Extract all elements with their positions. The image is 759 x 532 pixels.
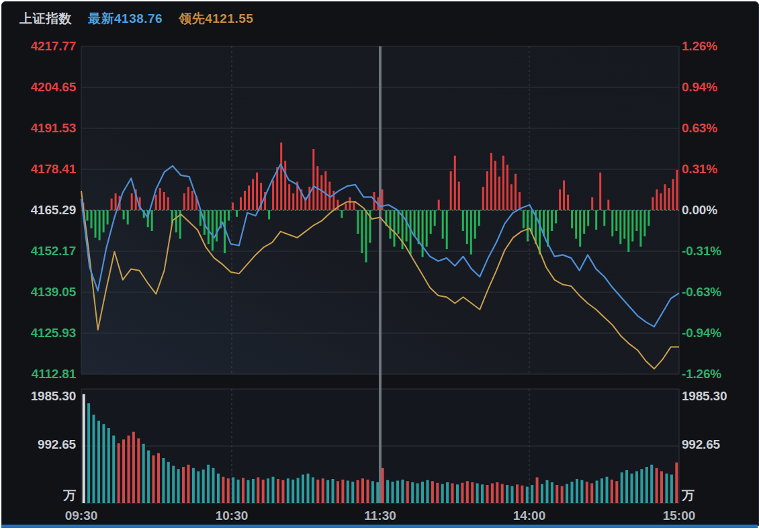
index-name: 上证指数 xyxy=(19,10,72,28)
percent-axis-label: 0.94% xyxy=(682,79,756,95)
leading-price: 领先4121.55 xyxy=(179,10,253,28)
screenshot-stage: 上证指数 最新4138.76 领先4121.55 4217.774204.654… xyxy=(0,0,759,532)
stock-chart-window: 上证指数 最新4138.76 领先4121.55 4217.774204.654… xyxy=(1,1,759,526)
price-axis-label: 4152.17 xyxy=(6,243,76,259)
price-axis-label: 4112.81 xyxy=(6,366,76,382)
percent-axis-label: 0.00% xyxy=(682,202,756,218)
percent-axis-label: 0.31% xyxy=(682,161,756,177)
percent-axis-label: 0.63% xyxy=(682,120,756,136)
volume-bar-open xyxy=(83,394,85,503)
price-axis-label: 4165.29 xyxy=(6,202,76,218)
volume-axis-label-left: 1985.30 xyxy=(6,388,76,404)
percent-axis-label: -1.26% xyxy=(682,366,756,382)
volume-axis-label-right: 万 xyxy=(682,488,756,504)
time-axis-label: 09:30 xyxy=(48,507,115,525)
percent-axis-label: -0.63% xyxy=(682,284,756,300)
intraday-chart-canvas[interactable] xyxy=(2,2,758,525)
price-axis-label: 4204.65 xyxy=(6,79,76,95)
time-axis-label: 10:30 xyxy=(198,507,265,525)
volume-axis-label-right: 1985.30 xyxy=(682,388,756,404)
percent-axis-label: 1.26% xyxy=(682,38,756,54)
latest-price: 最新4138.76 xyxy=(88,10,163,28)
volume-axis-label-left: 万 xyxy=(6,488,76,504)
chart-header: 上证指数 最新4138.76 领先4121.55 xyxy=(19,10,253,28)
price-axis-label: 4178.41 xyxy=(6,161,76,177)
price-axis-label: 4125.93 xyxy=(6,325,76,341)
volume-axis-label-right: 992.65 xyxy=(682,437,756,453)
price-axis-label: 4139.05 xyxy=(6,284,76,300)
time-axis-label: 14:00 xyxy=(496,507,563,525)
price-axis-label: 4191.53 xyxy=(6,120,76,136)
bottom-accent-bar xyxy=(1,525,758,528)
volume-axis-label-left: 992.65 xyxy=(6,437,76,453)
percent-axis-label: -0.31% xyxy=(682,243,756,259)
percent-axis-label: -0.94% xyxy=(682,325,756,341)
time-axis-label: 15:00 xyxy=(645,507,713,525)
price-axis-label: 4217.77 xyxy=(6,38,76,54)
time-axis-label: 11:30 xyxy=(347,507,414,525)
